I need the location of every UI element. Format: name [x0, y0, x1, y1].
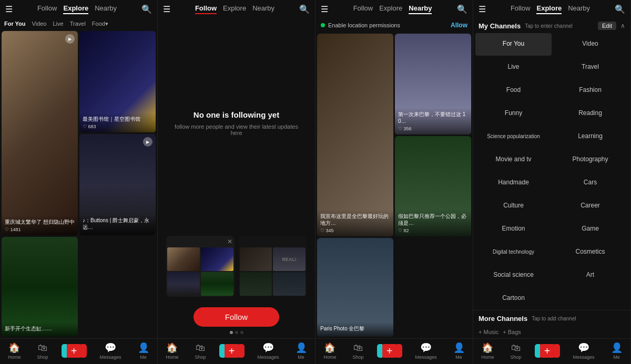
nearby-item-paris[interactable]: 第一次来巴黎，不要错过这 1 0… ♡ 356 — [395, 34, 471, 134]
overlay-museum: 我宣布这里是全巴黎最好玩的地方… ♡ 345 — [317, 210, 393, 236]
more-ch-bags[interactable]: + Bags — [503, 329, 521, 335]
dot-2 — [235, 331, 238, 334]
nav-me-1[interactable]: 👤 Me — [138, 342, 149, 360]
nav-messages-1[interactable]: 💬 Messages — [99, 342, 121, 360]
collapse-icon[interactable]: ∧ — [620, 22, 625, 29]
ch-label-learning: Learning — [578, 132, 603, 140]
ch-movietv[interactable]: Movie and tv — [475, 149, 552, 171]
ch-label-cars: Cars — [584, 179, 597, 186]
tab-nearby-1[interactable]: Nearby — [95, 4, 117, 14]
ch-fashion[interactable]: Fashion — [552, 79, 628, 102]
cat-food[interactable]: Food▾ — [92, 20, 108, 27]
nav-home-4[interactable]: 🏠 Home — [481, 342, 494, 360]
ch-handmade[interactable]: Handmade — [475, 172, 552, 194]
ch-art[interactable]: Art — [552, 264, 628, 287]
menu-icon-3[interactable]: ☰ — [321, 4, 328, 14]
nav-home-1[interactable]: 🏠 Home — [8, 342, 21, 360]
play-icon-1[interactable]: ▶ — [65, 34, 75, 44]
close-icon-1[interactable]: ✕ — [227, 238, 232, 245]
ch-travel[interactable]: Travel — [552, 56, 628, 79]
nav-messages-2[interactable]: 💬 Messages — [257, 342, 279, 360]
tab-explore-3[interactable]: Explore — [379, 4, 402, 14]
menu-icon[interactable]: ☰ — [5, 4, 13, 14]
add-button-1[interactable]: + — [65, 344, 84, 358]
cat-live[interactable]: Live — [53, 20, 63, 27]
play-icon-2[interactable]: ▶ — [143, 137, 152, 147]
search-icon-4[interactable]: 🔍 — [615, 4, 625, 14]
ch-career[interactable]: Career — [552, 195, 628, 217]
tab-follow-1[interactable]: Follow — [37, 4, 57, 14]
ch-social[interactable]: Social science — [475, 264, 552, 287]
ch-game[interactable]: Game — [552, 218, 628, 241]
ch-culture[interactable]: Culture — [475, 195, 552, 217]
follow-btn[interactable]: Follow — [194, 307, 279, 327]
menu-icon-4[interactable]: ☰ — [479, 4, 486, 14]
nav-messages-3[interactable]: 💬 Messages — [415, 342, 436, 360]
search-icon-2[interactable]: 🔍 — [299, 4, 310, 14]
ch-video[interactable]: Video — [552, 33, 628, 56]
grid-item-village[interactable]: ▶ 重庆城太繁华了 想归隐山野中 ♡ 1481 — [2, 31, 78, 235]
messages-icon-1: 💬 — [105, 342, 116, 353]
ch-live[interactable]: Live — [475, 56, 552, 79]
tab-follow-4[interactable]: Follow — [511, 4, 531, 14]
shop-label-2: Shop — [195, 355, 206, 360]
add-button-2[interactable]: + — [222, 344, 241, 358]
suggested-card-1[interactable]: ✕ — [166, 236, 235, 297]
edit-button[interactable]: Edit — [598, 22, 616, 30]
nav-shop-1[interactable]: 🛍 Shop — [37, 342, 48, 360]
nav-home-3[interactable]: 🏠 Home — [323, 342, 336, 360]
grid-item-aquarium[interactable]: 新手开个生态缸…… — [2, 237, 78, 337]
nav-me-3[interactable]: 👤 Me — [453, 342, 465, 360]
tab-explore-2[interactable]: Explore — [223, 4, 246, 14]
nav-home-2[interactable]: 🏠 Home — [166, 342, 178, 360]
nav-shop-4[interactable]: 🛍 Shop — [510, 342, 521, 360]
nearby-item-person[interactable]: Paris Photo 全巴黎 — [317, 238, 393, 337]
search-icon-1[interactable]: 🔍 — [141, 4, 152, 14]
tab-explore-4[interactable]: Explore — [536, 4, 562, 14]
nav-me-4[interactable]: 👤 Me — [611, 342, 623, 360]
ch-funny[interactable]: Funny — [475, 102, 552, 125]
nearby-item-museum[interactable]: 我宣布这里是全巴黎最好玩的地方… ♡ 345 — [317, 34, 393, 236]
nav-me-2[interactable]: 👤 Me — [296, 342, 307, 360]
ch-photography[interactable]: Photography — [552, 149, 628, 171]
nav-shop-2[interactable]: 🛍 Shop — [195, 342, 206, 360]
shop-icon-1: 🛍 — [38, 342, 47, 353]
add-button-3[interactable]: + — [380, 344, 399, 358]
ch-cartoon[interactable]: Cartoon — [475, 287, 552, 310]
grid-item-dance[interactable]: ▶ ♪：Buttons | 爵士舞启蒙，永远… — [79, 134, 156, 235]
nav-messages-4[interactable]: 💬 Messages — [573, 342, 594, 360]
tab-follow-2[interactable]: Follow — [195, 4, 217, 14]
ch-cars[interactable]: Cars — [552, 172, 628, 194]
search-icon-3[interactable]: 🔍 — [457, 4, 467, 14]
more-ch-music[interactable]: + Music — [479, 329, 498, 335]
nav-shop-3[interactable]: 🛍 Shop — [352, 342, 363, 360]
ch-for-you[interactable]: For You — [475, 33, 552, 56]
ch-food[interactable]: Food — [475, 79, 552, 102]
shop-label-4: Shop — [510, 355, 521, 360]
allow-button[interactable]: Allow — [451, 22, 467, 29]
ch-learning[interactable]: Learning — [552, 126, 628, 148]
cat-video[interactable]: Video — [32, 20, 47, 27]
ch-emotion[interactable]: Emotion — [475, 218, 552, 241]
ch-cosmetics[interactable]: Cosmetics — [552, 241, 628, 264]
my-channels-subtitle: Tap to enter channel — [525, 23, 594, 29]
tab-explore-1[interactable]: Explore — [63, 4, 88, 14]
tab-follow-3[interactable]: Follow — [353, 4, 373, 14]
ch-reading[interactable]: Reading — [552, 102, 628, 125]
add-button-4[interactable]: + — [538, 344, 557, 358]
ch-digital[interactable]: Digital technology — [475, 241, 552, 264]
cat-travel[interactable]: Travel — [70, 20, 86, 27]
cat-for-you[interactable]: For You — [4, 20, 26, 27]
ch-science[interactable]: Science popularization — [475, 126, 552, 148]
tab-nearby-4[interactable]: Nearby — [568, 4, 590, 14]
nearby-item-garden[interactable]: 假如巴黎只推荐一个公园，必须是… ♡ 82 — [395, 136, 471, 237]
item-title-3: ♪：Buttons | 爵士舞启蒙，永远… — [83, 217, 152, 231]
menu-icon-2[interactable]: ☰ — [163, 4, 170, 14]
tab-nearby-3[interactable]: Nearby — [409, 4, 432, 14]
suggested-card-2[interactable]: REAL! — [239, 236, 307, 297]
nav-tabs-2: Follow Explore Nearby — [175, 4, 295, 14]
ch-label-cosmetics: Cosmetics — [575, 248, 605, 255]
tab-nearby-2[interactable]: Nearby — [252, 4, 274, 14]
ch-label-cartoon: Cartoon — [502, 294, 525, 301]
grid-item-galaxy[interactable]: 最美图书馆｜星空图书馆 ♡ 683 — [79, 31, 156, 132]
